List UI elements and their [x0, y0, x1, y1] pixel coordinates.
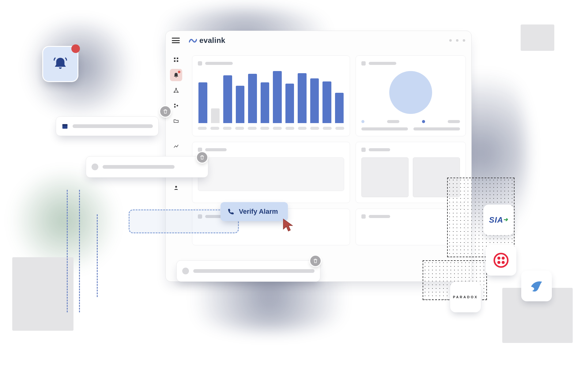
- legend-label-placeholder: [387, 120, 399, 123]
- alarm-badge-icon: [178, 71, 180, 73]
- bar-chart: [198, 71, 344, 123]
- x-tick-placeholder: [285, 127, 294, 130]
- bell-icon: [52, 56, 69, 72]
- nav-connections[interactable]: [170, 100, 182, 112]
- trash-icon: [163, 109, 168, 114]
- phone-icon: [227, 208, 235, 215]
- legend-dot-icon: [422, 120, 425, 123]
- svg-rect-0: [174, 58, 175, 59]
- integration-tile-paradox[interactable]: PARADOX: [450, 282, 481, 312]
- chart-bar: [236, 86, 245, 123]
- inner-panel: [198, 157, 344, 191]
- window-controls: [449, 39, 465, 42]
- card-title-placeholder: [369, 62, 396, 65]
- cursor-icon: [282, 218, 294, 232]
- paradox-label: PARADOX: [453, 295, 478, 299]
- chart-card: [192, 55, 350, 136]
- guide-line: [97, 214, 98, 297]
- card-icon-placeholder: [361, 214, 366, 219]
- notification-badge-icon: [71, 44, 80, 53]
- content-area: [187, 50, 471, 281]
- glow-navy: [18, 21, 141, 113]
- chart-bar: [335, 93, 344, 123]
- notification-bell-tile[interactable]: [42, 46, 78, 82]
- x-tick-placeholder: [248, 127, 257, 130]
- guide-line: [67, 190, 68, 312]
- line-placeholder: [73, 124, 153, 128]
- guide-line: [79, 190, 80, 312]
- svg-point-17: [497, 261, 500, 264]
- svg-point-9: [174, 106, 176, 108]
- x-tick-placeholder: [198, 127, 207, 130]
- deco-tile-left: [12, 257, 74, 331]
- avatar-placeholder-icon: [182, 268, 189, 274]
- chart-legend: [361, 120, 460, 123]
- nav-dashboard[interactable]: [170, 54, 182, 66]
- svg-point-4: [175, 88, 177, 89]
- x-tick-placeholder: [223, 127, 232, 130]
- donut-card: [356, 55, 466, 136]
- card-title-placeholder: [369, 148, 390, 151]
- svg-point-6: [177, 92, 179, 93]
- trash-icon: [313, 258, 318, 264]
- integration-tile-bird[interactable]: [521, 271, 552, 301]
- svg-point-11: [175, 186, 177, 188]
- svg-point-16: [502, 257, 505, 260]
- x-tick-placeholder: [273, 127, 282, 130]
- svg-point-8: [177, 105, 178, 107]
- x-tick-placeholder: [260, 127, 269, 130]
- card-title-placeholder: [369, 215, 390, 218]
- nav-user[interactable]: [170, 182, 182, 194]
- chart-bar: [198, 82, 207, 123]
- x-tick-placeholder: [335, 127, 344, 130]
- svg-point-18: [502, 261, 505, 264]
- line-placeholder: [103, 165, 175, 169]
- line-placeholder: [193, 269, 315, 273]
- delete-button[interactable]: [196, 151, 208, 164]
- svg-point-14: [494, 254, 508, 267]
- chart-bar: [223, 75, 232, 123]
- nav-folder[interactable]: [170, 115, 182, 127]
- svg-point-5: [174, 92, 175, 93]
- x-tick-placeholder: [298, 127, 307, 130]
- list-item[interactable]: [176, 260, 320, 282]
- x-tick-placeholder: [323, 127, 332, 130]
- chart-bar: [211, 108, 220, 123]
- app-header: evalink: [166, 31, 471, 50]
- chart-bar: [310, 78, 319, 123]
- x-tick-placeholder: [235, 127, 244, 130]
- list-item[interactable]: [56, 116, 159, 136]
- glow-green: [6, 171, 123, 269]
- nav-alarm[interactable]: [170, 69, 182, 81]
- integration-tile-twilio[interactable]: [486, 245, 516, 276]
- verify-alarm-button[interactable]: Verify Alarm: [221, 202, 288, 221]
- chart-x-axis: [198, 127, 344, 130]
- card-icon-placeholder: [361, 61, 366, 66]
- brand-logo[interactable]: evalink: [189, 36, 225, 45]
- legend-label-placeholder: [448, 120, 460, 123]
- skeleton-block: [361, 157, 409, 197]
- delete-button[interactable]: [159, 105, 172, 118]
- integration-tile-sia[interactable]: SIA➜: [483, 205, 514, 235]
- x-tick-placeholder: [310, 127, 319, 130]
- stat-placeholder: [413, 127, 460, 130]
- chart-bar: [322, 81, 331, 123]
- svg-rect-13: [62, 124, 68, 126]
- app-window: evalink: [165, 31, 472, 282]
- card-icon-placeholder: [198, 61, 202, 66]
- nav-trend[interactable]: [170, 141, 182, 153]
- svg-rect-3: [177, 60, 178, 62]
- hamburger-menu-icon[interactable]: [172, 38, 180, 43]
- legend-dot-icon: [361, 120, 364, 123]
- chart-bar: [248, 74, 257, 123]
- bird-icon: [528, 277, 545, 295]
- card-icon-placeholder: [361, 148, 366, 152]
- deco-tile: [521, 24, 554, 51]
- card-title-placeholder: [205, 62, 233, 65]
- brand-name: evalink: [199, 36, 225, 45]
- trash-icon: [199, 155, 205, 160]
- nav-share[interactable]: [170, 84, 182, 96]
- list-item[interactable]: [86, 156, 208, 178]
- x-tick-placeholder: [210, 127, 219, 130]
- delete-button[interactable]: [309, 255, 322, 267]
